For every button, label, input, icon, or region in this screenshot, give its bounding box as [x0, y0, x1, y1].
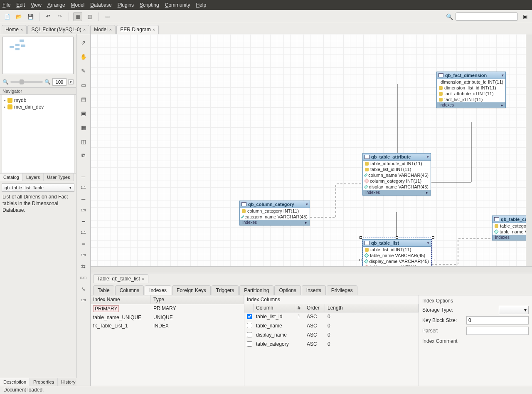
subtab-triggers[interactable]: Triggers [212, 285, 239, 295]
entity-qb_table_category[interactable]: qb_table_category▾table_category INT(11)… [492, 216, 532, 240]
entity-qb_column_category[interactable]: qb_column_category▾column_category INT(1… [239, 201, 310, 225]
parser-input[interactable] [466, 327, 529, 335]
column-row[interactable]: display_name VARCHAR(45) [363, 258, 431, 264]
view-tool-icon[interactable]: ◫ [79, 136, 89, 146]
grid-icon[interactable]: ▦ [73, 12, 82, 21]
column-row[interactable]: fact_attribute_id INT(11) [437, 91, 505, 97]
column-row[interactable]: column_category INT(11) [363, 178, 431, 184]
close-icon[interactable]: × [109, 27, 112, 32]
catalog-item-mydb[interactable]: ▸mydb [4, 97, 72, 104]
entity-qb_table_list[interactable]: qb_table_list▾table_list_id INT(11)table… [362, 239, 431, 266]
menu-plugins[interactable]: Plugins [118, 2, 134, 8]
entity-header[interactable]: qb_table_attribute▾ [363, 154, 431, 161]
col-length[interactable]: Length [325, 304, 419, 312]
left-tab-catalog[interactable]: Catalog [0, 173, 23, 181]
subtab-inserts[interactable]: Inserts [302, 285, 326, 295]
table-tool-icon[interactable]: ▦ [79, 122, 89, 132]
minimap[interactable] [2, 37, 74, 74]
left-tab-user-types[interactable]: User Types [44, 173, 74, 181]
col-order[interactable]: Order [304, 304, 325, 312]
rel-1-1-icon[interactable]: ─ [79, 171, 89, 181]
entity-footer-indexes[interactable]: Indexes▸ [437, 102, 505, 108]
entity-qb_fact_dimension[interactable]: qb_fact_dimension▾dimension_attribute_id… [436, 72, 506, 108]
column-row[interactable]: table_list_id INT(11) [363, 166, 431, 172]
index-col-checkbox[interactable] [247, 314, 252, 319]
entity-header[interactable]: qb_column_category▾ [240, 201, 310, 208]
collapse-icon[interactable]: ▾ [502, 73, 504, 77]
search-input[interactable] [456, 12, 518, 21]
entity-header[interactable]: qb_fact_dimension▾ [437, 72, 505, 79]
index-column-row[interactable]: table_nameASC0 [244, 322, 419, 331]
entity-header[interactable]: qb_table_category▾ [493, 216, 532, 223]
rel-n-m-icon[interactable]: ⇆ [79, 261, 89, 271]
routine-tool-icon[interactable]: ⧉ [79, 151, 89, 161]
bottom-tab-table[interactable]: Table: qb_table_list× [93, 274, 148, 283]
column-row[interactable]: category_name VARCHAR(45) [240, 214, 310, 220]
col-index-type[interactable]: Type [151, 295, 244, 304]
column-row[interactable]: table_name VARCHAR(45) [363, 253, 431, 258]
rel-1-n-id-icon[interactable]: ━ [79, 239, 89, 249]
open-file-icon[interactable]: 📂 [14, 12, 23, 21]
note-tool-icon[interactable]: ▤ [79, 94, 89, 104]
image-tool-icon[interactable]: ▣ [79, 108, 89, 118]
index-column-row[interactable]: table_categoryASC0 [244, 340, 419, 349]
column-row[interactable]: fact_list_id INT(11) [437, 97, 505, 102]
subtab-columns[interactable]: Columns [115, 285, 144, 295]
column-row[interactable]: table_category INT(11) [363, 264, 431, 266]
collapse-icon[interactable]: ▾ [427, 241, 429, 245]
save-icon[interactable]: 💾 [26, 12, 35, 21]
index-row[interactable]: fk_Table_List_1INDEX [91, 322, 244, 330]
zoom-dropdown-icon[interactable]: ▾ [68, 79, 74, 84]
zoom-out-icon[interactable]: 🔍 [2, 79, 9, 85]
entity-footer-indexes[interactable]: Indexes▸ [240, 220, 310, 225]
left-tab-layers[interactable]: Layers [23, 173, 44, 181]
subtab-options[interactable]: Options [274, 285, 300, 295]
catalog-item-mei_dim_dev[interactable]: ▸mei_dim_dev [4, 104, 72, 110]
subtab-partitioning[interactable]: Partitioning [239, 285, 273, 295]
index-col-checkbox[interactable] [247, 341, 252, 347]
col-num[interactable]: # [295, 304, 304, 312]
entity-footer-indexes[interactable]: Indexes▸ [363, 190, 431, 195]
subtab-privileges[interactable]: Privileges [327, 285, 357, 295]
index-column-row[interactable]: display_nameASC0 [244, 331, 419, 340]
menu-model[interactable]: Model [71, 2, 85, 8]
tab-home[interactable]: Home× [2, 25, 27, 34]
close-icon[interactable]: × [20, 27, 23, 32]
catalog-tree[interactable]: ▸mydb ▸mei_dim_dev [2, 95, 74, 173]
storage-type-select[interactable]: ▾ [499, 306, 529, 314]
col-index-name[interactable]: Index Name [91, 295, 151, 304]
menu-file[interactable]: File [2, 2, 10, 8]
menu-arrange[interactable]: Arrange [47, 2, 65, 8]
index-col-checkbox[interactable] [247, 332, 252, 337]
new-file-icon[interactable]: 📄 [2, 12, 12, 21]
entity-footer-indexes[interactable]: Indexes▸ [493, 235, 532, 240]
close-icon[interactable]: × [153, 27, 155, 32]
close-icon[interactable]: × [142, 276, 144, 281]
column-row[interactable]: column_category INT(11) [240, 208, 310, 214]
subtab-foreign-keys[interactable]: Foreign Keys [172, 285, 211, 295]
collapse-icon[interactable]: ▾ [306, 202, 308, 206]
menu-database[interactable]: Database [90, 2, 111, 8]
redo-icon[interactable]: ↷ [55, 12, 64, 21]
menu-community[interactable]: Community [165, 2, 190, 8]
subtab-indexes[interactable]: Indexes [145, 285, 171, 295]
index-row[interactable]: table_name_UNIQUEUNIQUE [91, 313, 244, 322]
index-row[interactable]: PRIMARYPRIMARY [91, 304, 244, 313]
entity-header[interactable]: qb_table_list▾ [363, 240, 431, 247]
page-icon[interactable]: ▭ [103, 12, 112, 21]
column-row[interactable]: table_list_id INT(11) [363, 247, 431, 253]
horizontal-scrollbar[interactable] [91, 266, 532, 273]
object-combo[interactable]: qb_table_list: Table▾ [2, 183, 74, 192]
index-column-row[interactable]: table_list_id1ASC0 [244, 312, 419, 322]
entity-qb_table_attribute[interactable]: qb_table_attribute▾table_attribute_id IN… [362, 153, 431, 196]
menu-help[interactable]: Help [196, 2, 206, 8]
menu-edit[interactable]: Edit [16, 2, 25, 8]
search-go-icon[interactable]: ▣ [520, 12, 530, 21]
key-block-input[interactable] [466, 316, 529, 325]
tab-eer-diagram[interactable]: EER Diagram× [116, 25, 159, 34]
column-row[interactable]: table_category INT(11) [493, 223, 532, 229]
col-column[interactable]: Column [254, 304, 295, 312]
left-bottom-tab-description[interactable]: Description [0, 378, 30, 386]
align-icon[interactable]: ▥ [85, 12, 94, 21]
diagram-canvas[interactable]: qb_fact_dimension▾dimension_attribute_id… [91, 34, 532, 266]
